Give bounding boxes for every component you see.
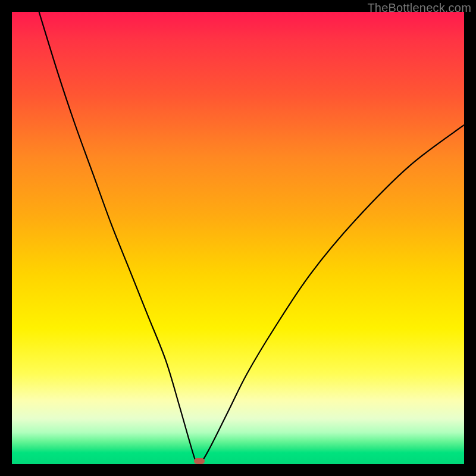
bottleneck-curve-svg [12,12,464,464]
optimal-point-marker [194,458,205,464]
bottleneck-curve-path [39,12,464,462]
plot-area [12,12,464,464]
plot-frame [12,12,464,464]
